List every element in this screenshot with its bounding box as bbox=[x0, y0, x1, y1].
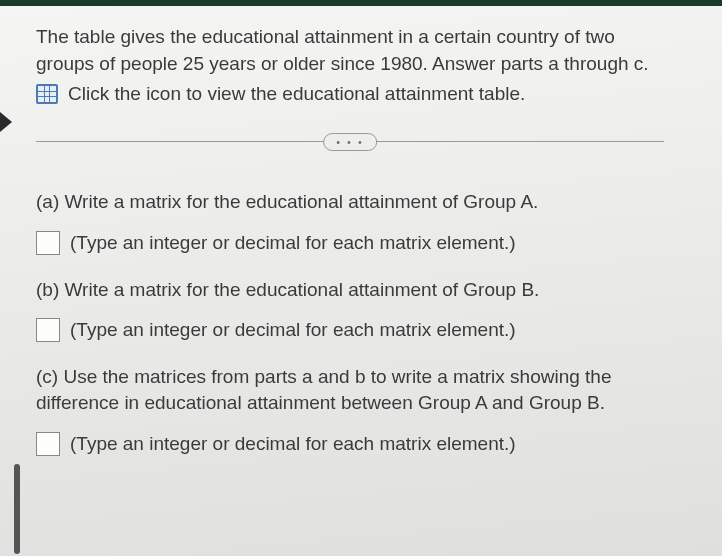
part-a-hint: (Type an integer or decimal for each mat… bbox=[70, 232, 516, 254]
part-b-answer-input[interactable] bbox=[36, 318, 60, 342]
table-icon[interactable] bbox=[36, 84, 58, 104]
part-c-hint: (Type an integer or decimal for each mat… bbox=[70, 433, 516, 455]
scroll-marker bbox=[14, 464, 20, 554]
part-b-answer-row: (Type an integer or decimal for each mat… bbox=[36, 318, 664, 342]
part-b-prompt: (b) Write a matrix for the educational a… bbox=[36, 277, 664, 303]
part-c-answer-input[interactable] bbox=[36, 432, 60, 456]
section-separator: • • • bbox=[36, 129, 664, 155]
question-panel: The table gives the educational attainme… bbox=[0, 6, 688, 496]
part-b-hint: (Type an integer or decimal for each mat… bbox=[70, 319, 516, 341]
part-a-prompt: (a) Write a matrix for the educational a… bbox=[36, 189, 664, 215]
table-link-text[interactable]: Click the icon to view the educational a… bbox=[68, 83, 525, 105]
separator-pill[interactable]: • • • bbox=[323, 133, 377, 151]
part-a-answer-row: (Type an integer or decimal for each mat… bbox=[36, 231, 664, 255]
part-c-prompt: (c) Use the matrices from parts a and b … bbox=[36, 364, 664, 415]
left-caret-icon bbox=[0, 112, 12, 132]
part-c-answer-row: (Type an integer or decimal for each mat… bbox=[36, 432, 664, 456]
intro-text: The table gives the educational attainme… bbox=[36, 24, 664, 77]
part-a-answer-input[interactable] bbox=[36, 231, 60, 255]
table-link-row: Click the icon to view the educational a… bbox=[36, 83, 664, 105]
separator-dots: • • • bbox=[336, 136, 364, 148]
